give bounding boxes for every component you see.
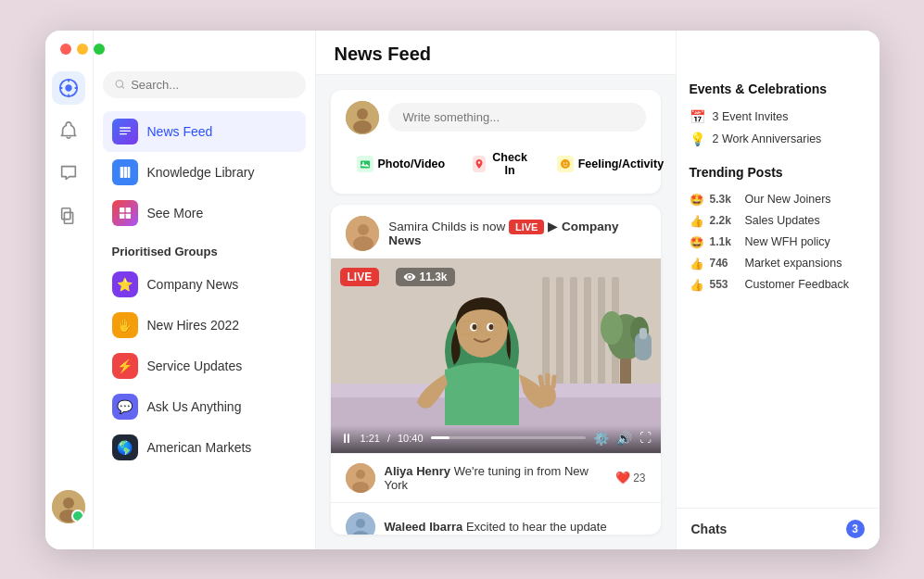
trending-item-3[interactable]: 🤩 1.1k New WFH policy [690, 232, 867, 253]
new-hires-icon: ✋ [117, 318, 133, 333]
trending-reaction-4: 👍 [690, 257, 704, 271]
svg-rect-2 [64, 212, 72, 223]
post-author-avatar [346, 216, 380, 251]
group-item-company-news[interactable]: ⭐ Company News [103, 264, 306, 305]
app-window: News Feed Knowledge Library [45, 31, 880, 549]
comment-item-2: Waleed Ibarra Excited to hear the update [331, 502, 661, 535]
reaction-number-1: 23 [633, 472, 645, 485]
main-content: News Feed [316, 31, 676, 549]
svg-point-52 [472, 324, 476, 330]
group-item-ask-us-anything[interactable]: 💬 Ask Us Anything [103, 386, 306, 427]
trending-item-5[interactable]: 👍 553 Customer Feedback [690, 274, 867, 296]
trending-label-1: Our New Joiners [745, 193, 831, 206]
svg-rect-1 [62, 208, 70, 219]
nav-item-news-feed[interactable]: News Feed [103, 111, 306, 152]
american-markets-icon: 🌎 [117, 440, 133, 455]
event-invites-item[interactable]: 📅 3 Event Invites [690, 106, 867, 128]
nav-item-news-feed-label: News Feed [147, 124, 213, 139]
comment-author-1: Aliya Henry [385, 464, 451, 478]
group-new-hires-label: New Hires 2022 [147, 318, 240, 333]
search-icon [114, 78, 126, 91]
fullscreen-icon[interactable]: ⛶ [639, 431, 652, 445]
feed-area: Photo/Video Check In [316, 75, 676, 549]
svg-rect-30 [542, 277, 550, 388]
post-composer: Photo/Video Check In [331, 90, 661, 194]
svg-rect-9 [120, 133, 127, 134]
events-title: Events & Celebrations [690, 82, 867, 96]
calendar-icon: 📅 [690, 109, 705, 124]
maximize-button[interactable] [94, 44, 105, 55]
service-updates-icon: ⚡ [117, 359, 133, 373]
group-ask-us-anything-label: Ask Us Anything [147, 399, 242, 414]
group-service-updates-label: Service Updates [147, 359, 243, 373]
feeling-activity-button[interactable]: Feeling/Activity [546, 145, 675, 183]
post-meta: Samira Childs is now LIVE ▶ Company News [388, 219, 645, 247]
svg-point-22 [561, 159, 570, 169]
group-item-american-markets[interactable]: 🌎 American Markets [103, 427, 306, 468]
search-box[interactable] [103, 71, 306, 98]
group-item-new-hires[interactable]: ✋ New Hires 2022 [103, 305, 306, 346]
notifications-icon-button[interactable] [52, 114, 85, 147]
knowledge-library-icon [118, 165, 133, 180]
total-time: 10:40 [398, 433, 424, 444]
comment-body-2: Excited to hear the update [466, 520, 607, 534]
nav-item-knowledge-library[interactable]: Knowledge Library [103, 152, 306, 193]
reaction-count-1: ❤️ 23 [615, 471, 645, 485]
post-card: Samira Childs is now LIVE ▶ Company News [331, 205, 661, 535]
video-player[interactable]: LIVE 11.3k ⏸ 1:21 / 10:40 [331, 258, 661, 453]
svg-rect-13 [120, 208, 124, 212]
comment-text-1: Aliya Henry We're tuning in from New Yor… [385, 464, 607, 492]
trending-item-2[interactable]: 👍 2.2k Sales Updates [690, 210, 867, 232]
play-pause-button[interactable]: ⏸ [340, 431, 353, 446]
pages-icon-button[interactable] [52, 199, 85, 233]
company-news-icon: ⭐ [117, 277, 133, 292]
trending-item-4[interactable]: 👍 746 Market expansions [690, 253, 867, 274]
volume-icon[interactable]: 🔊 [616, 431, 632, 446]
svg-point-58 [356, 470, 365, 479]
svg-rect-15 [120, 213, 124, 218]
work-anniversaries-item[interactable]: 💡 2 Work Anniversaries [690, 128, 867, 150]
news-feed-icon [118, 124, 133, 139]
check-in-button[interactable]: Check In [462, 145, 540, 183]
check-in-label: Check In [490, 151, 528, 177]
post-status: is now [470, 220, 509, 233]
commenter-avatar-1 [346, 463, 375, 493]
group-item-service-updates[interactable]: ⚡ Service Updates [103, 346, 306, 386]
home-icon-button[interactable] [52, 71, 85, 105]
video-live-badge: LIVE [340, 268, 380, 286]
search-input[interactable] [131, 78, 294, 92]
photo-video-button[interactable]: Photo/Video [346, 145, 457, 183]
nav-item-knowledge-library-label: Knowledge Library [147, 165, 255, 180]
chats-label: Chats [691, 522, 728, 536]
chats-bar[interactable]: Chats 3 [676, 508, 880, 549]
svg-point-53 [488, 324, 493, 330]
feeling-activity-label: Feeling/Activity [578, 157, 664, 170]
photo-icon [360, 158, 371, 170]
live-text: LIVE [348, 271, 373, 283]
trending-label-4: Market expansions [745, 257, 842, 270]
svg-point-23 [563, 162, 564, 164]
location-icon [474, 158, 485, 170]
user-avatar[interactable] [52, 490, 85, 523]
svg-rect-14 [125, 208, 130, 212]
svg-rect-7 [120, 127, 131, 128]
work-anniversaries-label: 2 Work Anniversaries [713, 132, 822, 145]
progress-fill [431, 436, 449, 439]
settings-icon[interactable]: ⚙️ [593, 431, 609, 446]
composer-input[interactable] [388, 103, 646, 132]
svg-point-61 [356, 519, 365, 528]
progress-bar[interactable] [431, 436, 586, 439]
minimize-button[interactable] [77, 44, 88, 55]
trending-reaction-3: 🤩 [690, 235, 704, 249]
trending-title: Trending Posts [690, 165, 867, 180]
trending-reaction-1: 🤩 [690, 193, 704, 207]
svg-point-27 [353, 236, 373, 251]
svg-rect-39 [620, 359, 631, 386]
nav-item-see-more[interactable]: See More [103, 193, 306, 233]
close-button[interactable] [60, 44, 71, 55]
video-controls: ⏸ 1:21 / 10:40 ⚙️ 🔊 ⛶ [331, 425, 661, 453]
chat-icon-button[interactable] [52, 157, 85, 190]
event-invites-label: 3 Event Invites [713, 110, 789, 123]
trending-count-5: 553 [710, 278, 740, 291]
trending-item-1[interactable]: 🤩 5.3k Our New Joiners [690, 189, 867, 210]
